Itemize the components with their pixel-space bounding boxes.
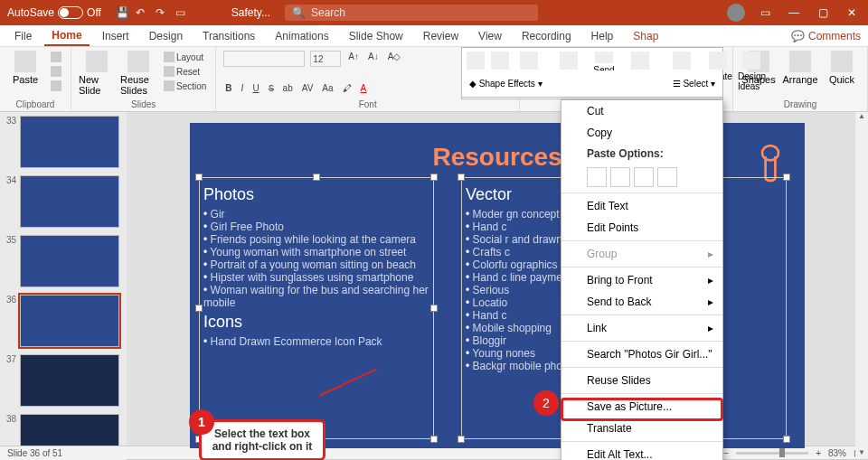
undo-icon[interactable]: ↶ [136,6,148,19]
context-menu-item[interactable]: Edit Points [561,217,722,239]
reset-button[interactable]: Reset [162,65,208,78]
context-menu-item[interactable]: Edit Text [561,195,722,217]
context-menu-item[interactable]: Copy [561,122,722,144]
select-button[interactable]: ☰ Select ▾ [673,79,715,89]
search-input[interactable] [311,6,531,19]
thumb-number: 37 [4,354,16,407]
group-label: Clipboard [7,99,63,109]
paste-option-button[interactable] [587,167,607,187]
search-box[interactable]: 🔍 [285,5,538,21]
autosave-toggle[interactable]: AutoSave Off [0,6,108,19]
slide-edit-area: Resources Photos Gir Girl Free Photo Fri… [127,112,868,446]
layout-button[interactable]: Layout [162,51,208,63]
context-menu-item[interactable]: Search "Photos Gir Girl..." [561,343,722,365]
tab-recording[interactable]: Recording [514,27,579,45]
maximize-button[interactable]: ▢ [814,6,832,19]
tab-home[interactable]: Home [44,26,89,46]
font-color-button[interactable]: A [359,82,369,94]
shape-effects-button[interactable]: ◆ Shape Effects ▾ [469,79,542,89]
paste-options [561,164,722,191]
context-menu-item[interactable]: Translate [561,418,722,439]
bold-button[interactable]: B [223,82,233,94]
minimize-button[interactable]: — [785,6,803,19]
paste-option-button[interactable] [657,167,677,187]
slide-thumbnail[interactable] [20,235,119,287]
edit-points-icon [567,221,580,234]
user-avatar[interactable] [727,4,745,22]
quick-styles-button[interactable]: Quick [824,51,860,85]
send-back-icon [595,52,613,63]
copy-button[interactable] [49,65,63,78]
tab-insert[interactable]: Insert [95,27,137,45]
tab-shape-format[interactable]: Shap [626,27,665,45]
group-label: Drawing [741,99,860,109]
tab-transitions[interactable]: Transitions [195,27,262,45]
scroll-up-icon[interactable]: ▲ [856,112,867,123]
step-badge: 1 [189,409,214,435]
reuse-slides-icon [127,51,149,72]
strike-button[interactable]: S̶ [267,82,276,94]
slide-thumbnail[interactable] [20,175,119,228]
quick-styles-icon [831,51,853,72]
context-menu-item[interactable]: Send to Back▸ [561,291,722,313]
change-case-button[interactable]: Aa [320,82,335,94]
start-slideshow-icon[interactable]: ▭ [175,6,188,19]
tab-design[interactable]: Design [142,27,190,45]
font-size-dropdown[interactable]: 12 [310,51,341,67]
heading: Photos [203,185,429,204]
clear-format-icon[interactable]: A◇ [386,51,403,62]
cut-button[interactable] [49,51,63,63]
search-icon: 🔍 [292,6,306,19]
context-menu-item[interactable]: Cut [561,100,722,122]
context-menu-item[interactable]: Edit Alt Text... [561,444,722,460]
tab-slideshow[interactable]: Slide Show [342,27,410,45]
context-menu-item[interactable]: Link▸ [561,317,722,339]
paste-option-button[interactable] [610,167,630,187]
reuse-slides-button[interactable]: Reuse Slides [120,51,156,96]
context-menu-item[interactable]: Bring to Front▸ [561,269,722,291]
save-icon[interactable]: 💾 [116,6,128,19]
context-menu-item[interactable]: Save as Picture... [561,396,722,418]
ribbon-display-icon[interactable]: ▭ [756,6,774,19]
paste-button[interactable]: Paste [7,51,43,85]
toggle-switch[interactable] [58,6,83,19]
close-button[interactable]: ✕ [843,6,861,19]
scroll-down-icon[interactable]: ▼ [856,448,867,459]
vertical-scrollbar[interactable]: ▲ ▼ [855,112,868,459]
underline-button[interactable]: U [250,82,260,94]
context-menu-item[interactable]: Reuse Slides [561,370,722,391]
tab-animations[interactable]: Animations [268,27,335,45]
zoom-slider[interactable] [736,452,808,455]
italic-button[interactable]: I [240,82,246,94]
tab-review[interactable]: Review [416,27,466,45]
tab-file[interactable]: File [7,27,39,45]
slide-title[interactable]: Resources [432,143,561,172]
layout-icon [164,52,175,62]
slide-thumbnail[interactable] [20,295,119,347]
slide-thumbnail[interactable] [20,116,119,168]
slide-thumbnail[interactable] [20,354,119,407]
decrease-font-icon[interactable]: A↓ [366,51,381,62]
format-painter-button[interactable] [49,80,63,92]
comments-button[interactable]: 💬 Comments [791,30,861,42]
tab-help[interactable]: Help [584,27,621,45]
arrange-button[interactable]: Arrange [782,51,818,85]
design-ideas-button[interactable]: Design Ideas [738,52,766,95]
slide-thumbnail-panel[interactable]: 33 34 35 36 37 38 [0,112,127,446]
shadow-button[interactable]: ab [281,82,295,94]
group-label: Slides [79,99,208,109]
char-spacing-button[interactable]: AV [300,82,316,94]
new-slide-button[interactable]: New Slide [79,51,115,96]
reuse-icon [567,374,580,387]
text-box-left[interactable]: Photos Gir Girl Free Photo Friends posin… [199,177,434,439]
font-family-dropdown[interactable] [223,51,305,67]
paste-option-button[interactable] [634,167,654,187]
highlight-button[interactable]: 🖍 [341,82,354,94]
chevron-right-icon: ▸ [708,248,713,260]
step-badge-2: 2 [533,390,559,416]
redo-icon[interactable]: ↷ [156,6,168,19]
increase-font-icon[interactable]: A↑ [346,51,361,62]
section-button[interactable]: Section [162,80,208,92]
slide-thumbnail[interactable] [20,414,119,446]
tab-view[interactable]: View [471,27,509,45]
